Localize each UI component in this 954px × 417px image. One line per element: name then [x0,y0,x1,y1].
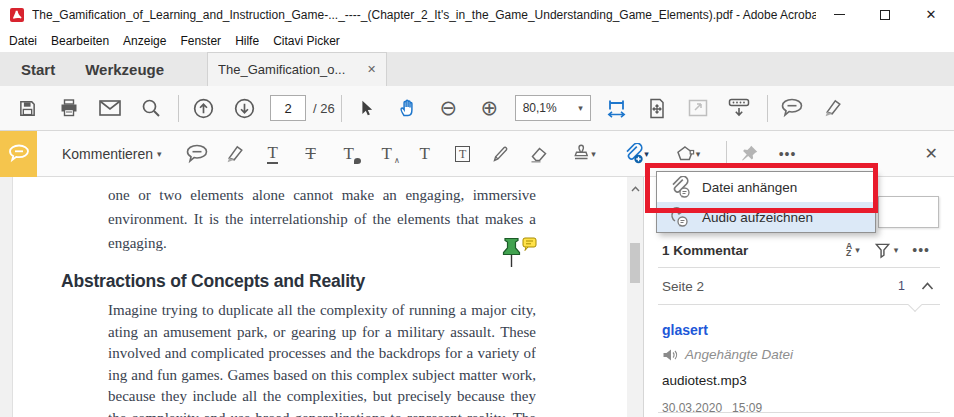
window-controls: ✕ [816,0,954,29]
pdf-text-line: environment. It is the interrelationship… [108,207,536,231]
fit-width-button[interactable] [601,91,632,125]
tab-document[interactable]: The_Gamification_o... ✕ [207,52,387,86]
menu-hilfe[interactable]: Hilfe [228,34,266,48]
insert-text-tool[interactable]: T∧ [372,137,402,171]
sort-az-icon: AZ [846,243,852,258]
print-icon [59,98,79,118]
window-title: The_Gamification_of_Learning_and_Instruc… [32,8,816,22]
menu-anzeige[interactable]: Anzeige [116,34,173,48]
toolbar-hide-icon [728,98,750,118]
keep-tool-selected-button[interactable] [735,137,765,171]
toolbar-separator [726,141,727,167]
strikethrough-text-tool[interactable]: T [296,137,326,171]
highlight-text-tool[interactable] [220,137,250,171]
stamp-tool[interactable]: ▾ [562,137,606,171]
zoom-level-value: 80,1% [523,101,578,115]
eraser-tool[interactable] [524,137,554,171]
fit-page-icon [647,98,667,119]
page-group-label: Seite 2 [662,279,704,294]
tab-close-icon[interactable]: ✕ [367,63,376,76]
attachment-annotation[interactable] [499,237,539,271]
sticky-note-tool[interactable] [182,137,212,171]
shapes-icon [675,144,696,164]
drawing-markups-tool[interactable]: ▾ [666,137,710,171]
search-button[interactable] [135,91,166,125]
zoom-out-icon: ⊖ [439,98,457,119]
page-number-input[interactable] [270,95,306,121]
zoom-in-button[interactable]: ⊕ [474,91,505,125]
scrollbar-thumb[interactable] [630,243,640,283]
pdf-paragraph-1: one or two elements alone cannot make an… [108,183,536,255]
draw-tool[interactable] [486,137,516,171]
chevron-down-icon: ▾ [894,245,899,255]
email-button[interactable] [94,91,125,125]
chevron-down-icon[interactable]: ▾ [157,149,162,159]
hand-tool-button[interactable] [392,91,423,125]
chevron-up-icon[interactable] [921,282,934,290]
save-icon [18,99,37,118]
tab-start[interactable]: Start [6,52,70,86]
page-group-row[interactable]: Seite 2 1 [644,268,954,304]
menu-fenster[interactable]: Fenster [173,34,228,48]
minimize-icon [834,14,845,15]
sort-comments-button[interactable]: AZ ▾ [842,241,864,260]
toolbar-separator [767,95,768,122]
menu-item-record-audio[interactable]: Audio aufzeichnen [657,202,875,232]
empty-tooltip-box [878,196,939,228]
close-comment-toolbar-button[interactable]: ✕ [925,144,938,163]
pdf-text-line: Imagine trying to duplicate all the comp… [108,300,536,322]
navigation-pane-strip[interactable] [0,177,13,417]
maximize-button[interactable] [862,0,908,29]
attach-file-tool[interactable]: ▾ [614,137,658,171]
add-text-icon: T [419,145,429,162]
previous-page-button[interactable] [188,91,219,125]
zoom-out-button[interactable]: ⊖ [433,91,464,125]
zoom-level-select[interactable]: 80,1% ▾ [515,95,591,121]
comment-button[interactable] [777,91,808,125]
menu-item-label: Audio aufzeichnen [702,210,813,225]
audio-note-icon [668,206,692,228]
menu-datei[interactable]: Datei [2,34,44,48]
minimize-button[interactable] [816,0,862,29]
next-page-button[interactable] [229,91,260,125]
toolbar-presentation-button[interactable] [724,91,755,125]
attached-file-name[interactable]: audiotest.mp3 [662,373,934,388]
toolbar-separator [341,95,342,122]
vertical-scrollbar[interactable] [627,177,643,417]
comment-author[interactable]: glasert [662,322,934,338]
fullscreen-icon [688,99,708,117]
pencil-icon [491,144,511,164]
tab-werkzeuge[interactable]: Werkzeuge [70,52,179,86]
select-tool-button[interactable] [351,91,382,125]
pdf-page: one or two elements alone cannot make an… [13,177,627,417]
text-box-tool[interactable]: T [448,137,478,171]
next-page-icon [234,98,255,119]
pdf-section-heading: Abstractions of Concepts and Reality [61,271,365,292]
comment-options-button[interactable]: ••• [908,240,934,260]
menu-item-attach-file[interactable]: Datei anhängen [657,172,875,202]
fullscreen-button[interactable] [683,91,714,125]
filter-comments-button[interactable]: ▾ [870,240,903,261]
fit-page-button[interactable] [642,91,673,125]
comment-item[interactable]: glasert Angehängte Datei audiotest.mp3 3… [658,305,940,413]
pdf-text-line: because they include all the complexitie… [108,386,536,408]
comment-panel-toggle[interactable] [0,131,37,177]
underline-text-tool[interactable]: T [258,137,288,171]
comment-time: 15:09 [732,401,762,415]
replace-text-tool[interactable]: T [334,137,364,171]
more-icon: ••• [912,242,930,258]
menu-bearbeiten[interactable]: Bearbeiten [44,34,116,48]
previous-page-icon [193,98,214,119]
menu-citavi-picker[interactable]: Citavi Picker [266,34,347,48]
scroll-up-button[interactable] [627,183,643,195]
print-button[interactable] [53,91,84,125]
add-text-tool[interactable]: T [410,137,440,171]
save-button[interactable] [12,91,43,125]
close-button[interactable]: ✕ [908,0,954,29]
tab-document-label: The_Gamification_o... [218,62,361,77]
filter-funnel-icon [874,242,891,259]
kommentieren-label[interactable]: Kommentieren [62,146,153,162]
scroll-up-icon [631,186,640,192]
more-tools-button[interactable]: ••• [773,137,803,171]
highlight-button[interactable] [818,91,849,125]
